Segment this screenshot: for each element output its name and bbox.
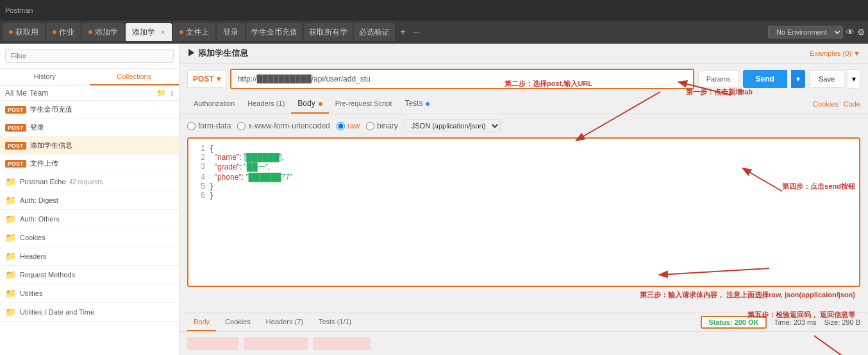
tab-3[interactable]: 添加学 — [82, 23, 124, 41]
code-editor[interactable]: 1 { 2 "name": "██████", 3 "grade": "██一"… — [187, 137, 860, 287]
search-input[interactable] — [5, 49, 174, 63]
resp-tab-cookies[interactable]: Cookies — [219, 313, 257, 331]
code-line-4: 4 "phone": "██████77" — [194, 173, 854, 182]
code-link[interactable]: Code — [844, 100, 860, 108]
new-tab-button[interactable]: + — [396, 26, 410, 38]
send-button[interactable]: Send — [743, 70, 787, 88]
json-format-select[interactable]: JSON (application/json) — [405, 119, 501, 132]
line-number: 5 — [194, 182, 205, 191]
tab-9[interactable]: 必选验证 — [354, 23, 395, 41]
url-bar: POST ▾ Params Send ▾ Save ▾ — [179, 64, 868, 94]
folder-icon: 📁 — [5, 288, 16, 299]
tab-tests[interactable]: Tests — [398, 94, 436, 114]
urlencoded-label: x-www-form-urlencoded — [248, 121, 330, 130]
sort-icon[interactable]: ↕ — [170, 89, 174, 98]
folder-icon: 📁 — [5, 307, 16, 317]
tab-label: 登录 — [223, 27, 238, 38]
item-label: 学生金币充值 — [30, 105, 72, 114]
item-label: 添加学生信息 — [30, 141, 72, 150]
line-number: 4 — [194, 173, 205, 182]
folder-icon: 📁 — [5, 214, 16, 224]
sidebar-group-auth-others[interactable]: 📁 Auth: Others — [0, 210, 179, 229]
sidebar-filter-row: All Me Team 📁 ↕ — [0, 86, 179, 101]
raw-radio[interactable] — [337, 122, 345, 130]
list-item[interactable]: POST 登录 — [0, 119, 179, 137]
item-label: 文件上传 — [30, 159, 58, 168]
sidebar-group-cookies[interactable]: 📁 Cookies — [0, 229, 179, 247]
sidebar-group-headers[interactable]: 📁 Headers — [0, 247, 179, 266]
list-item[interactable]: POST 文件上传 — [0, 155, 179, 173]
tab-8[interactable]: 获取所有学 — [304, 23, 353, 41]
tab-dot — [88, 30, 92, 34]
examples-link[interactable]: Examples (0) ▼ — [810, 49, 860, 57]
line-content: "phone": "██████77" — [210, 173, 292, 182]
sidebar-group-postman-echo[interactable]: 📁 Postman Echo 42 requests — [0, 173, 179, 191]
filter-team[interactable]: Team — [29, 89, 48, 98]
save-dropdown-button[interactable]: ▾ — [848, 69, 860, 89]
tab-7[interactable]: 学生金币充值 — [246, 23, 303, 41]
raw-option[interactable]: raw — [337, 121, 360, 130]
group-label: Utilities / Date and Time — [20, 308, 94, 316]
step3-annotation: 第三步：输入请求体内容， 注意上面选择raw, json(applicaion/… — [640, 290, 855, 300]
tab-headers[interactable]: Headers (1) — [241, 95, 291, 113]
params-button[interactable]: Params — [698, 71, 739, 87]
tab-4[interactable]: 添加学 ✕ — [126, 23, 172, 41]
list-item-active[interactable]: POST 添加学生信息 — [0, 137, 179, 155]
resp-tab-tests[interactable]: Tests (1/1) — [312, 313, 358, 331]
sidebar-group-utilities-date[interactable]: 📁 Utilities / Date and Time — [0, 303, 179, 322]
tab-body[interactable]: Body — [291, 94, 328, 114]
group-label: Postman Echo — [20, 178, 66, 186]
eye-icon[interactable]: 👁 — [846, 27, 855, 37]
new-collection-icon[interactable]: 📁 — [156, 89, 166, 98]
gear-icon[interactable]: ⚙ — [857, 27, 865, 37]
sidebar-group-utilities[interactable]: 📁 Utilities — [0, 284, 179, 303]
sidebar-group-request-methods[interactable]: 📁 Request Methods — [0, 266, 179, 284]
tab-pre-request[interactable]: Pre-request Script — [329, 95, 399, 113]
resp-tab-headers[interactable]: Headers (7) — [260, 313, 310, 331]
tab-authorization[interactable]: Authorization — [187, 95, 241, 113]
url-input[interactable] — [230, 69, 694, 89]
folder-icon: 📁 — [5, 251, 16, 261]
form-data-option[interactable]: form-data — [187, 121, 231, 130]
tab-1[interactable]: 获取用 — [3, 23, 45, 41]
list-item[interactable]: POST 学生金币充值 — [0, 101, 179, 119]
sidebar-group-auth-digest[interactable]: 📁 Auth: Digest — [0, 191, 179, 210]
more-tabs-button[interactable]: ··· — [411, 28, 422, 37]
cookies-link[interactable]: Cookies — [813, 100, 839, 108]
tab-5[interactable]: 文件上 — [173, 23, 215, 41]
line-content: "name": "██████", — [210, 153, 284, 162]
line-number: 1 — [194, 144, 205, 153]
tab-label: 作业 — [59, 27, 74, 38]
status-badge: Status: 200 OK — [701, 316, 766, 329]
urlencoded-radio[interactable] — [237, 122, 246, 130]
form-data-radio[interactable] — [187, 122, 196, 130]
group-label: Request Methods — [20, 271, 75, 279]
close-icon[interactable]: ✕ — [160, 29, 165, 36]
filter-me[interactable]: Me — [16, 89, 27, 98]
main-layout: History Collections All Me Team 📁 ↕ POST… — [0, 44, 868, 355]
chevron-down-icon: ▾ — [217, 74, 221, 83]
response-blurred-1 — [187, 337, 238, 350]
filter-all[interactable]: All — [5, 89, 13, 98]
resp-tab-body[interactable]: Body — [187, 313, 216, 331]
binary-radio[interactable] — [366, 122, 374, 130]
save-button[interactable]: Save — [809, 70, 844, 88]
tab-collections[interactable]: Collections — [90, 69, 179, 85]
method-select[interactable]: POST ▾ — [187, 70, 226, 88]
response-blurred-2 — [244, 337, 308, 350]
item-label: 登录 — [30, 123, 44, 132]
tab-history[interactable]: History — [0, 69, 90, 85]
tab-2[interactable]: 作业 — [46, 23, 81, 41]
tests-dot — [426, 102, 430, 106]
tab-dot — [179, 30, 183, 34]
urlencoded-option[interactable]: x-www-form-urlencoded — [237, 121, 330, 130]
tab-dot — [53, 30, 56, 34]
tab-6[interactable]: 登录 — [217, 23, 245, 41]
request-tabs: Authorization Headers (1) Body Pre-reque… — [179, 94, 868, 114]
environment-select[interactable]: No Environment — [768, 26, 843, 39]
send-dropdown-button[interactable]: ▾ — [791, 70, 805, 88]
group-label: Cookies — [20, 234, 46, 241]
binary-option[interactable]: binary — [366, 121, 398, 130]
body-options: form-data x-www-form-urlencoded raw bina… — [179, 114, 868, 137]
method-label: POST — [193, 74, 214, 83]
